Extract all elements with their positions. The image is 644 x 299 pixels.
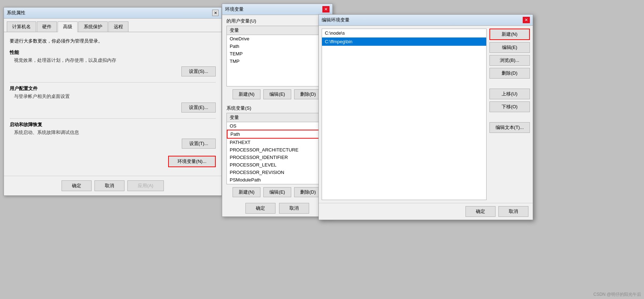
path-list: C:\node\s C:\ffmpeg\bin — [322, 29, 487, 200]
move-up-btn[interactable]: 上移(U) — [489, 89, 530, 99]
startup-settings-btn[interactable]: 设置(T)... — [182, 139, 216, 149]
edit-env-footer: 确定 取消 — [319, 203, 533, 220]
startup-desc: 系统启动、系统故障和调试信息 — [14, 129, 216, 136]
edit-env-cancel-btn[interactable]: 取消 — [498, 206, 528, 217]
user-var-tmp[interactable]: TMP — [227, 58, 328, 65]
edit-text-btn[interactable]: 编辑文本(T)... — [489, 122, 530, 133]
admin-note: 要进行大多数更改，你必须作为管理员登录。 — [10, 38, 216, 44]
user-vars-table: 变量 OneDrive Path TEMP TMP — [226, 26, 328, 86]
sys-var-psmodulepath[interactable]: PSModulePath — [227, 176, 328, 184]
sys-var-os[interactable]: OS — [227, 122, 328, 130]
user-edit-btn[interactable]: 编辑(E) — [263, 89, 291, 99]
sys-var-proc-rev[interactable]: PROCESSOR_REVISION — [227, 169, 328, 176]
edit-env-close-btn[interactable]: ✕ — [523, 17, 530, 23]
env-vars-btn[interactable]: 环境变量(N)... — [168, 156, 216, 167]
user-profile-desc: 与登录帐户相关的桌面设置 — [14, 93, 216, 100]
delete-path-btn[interactable]: 删除(D) — [489, 68, 530, 79]
ok-btn[interactable]: 确定 — [62, 180, 92, 191]
system-properties-window: 系统属性 ✕ 计算机名 硬件 高级 系统保护 远程 要进行大多数更改，你必须作为… — [4, 7, 222, 196]
edit-env-ok-btn[interactable]: 确定 — [465, 206, 496, 217]
user-profile-settings-btn[interactable]: 设置(E)... — [181, 103, 216, 113]
env-vars-title: 环境变量 — [225, 6, 244, 13]
tab-hardware[interactable]: 硬件 — [37, 21, 57, 32]
cancel-btn[interactable]: 取消 — [94, 180, 125, 191]
performance-settings-btn[interactable]: 设置(S)... — [181, 66, 216, 76]
user-var-temp[interactable]: TEMP — [227, 50, 328, 58]
env-vars-window: 环境变量 ✕ 的用户变量(U) 变量 OneDrive Path TEMP TM… — [222, 4, 333, 217]
sys-vars-header: 变量 — [227, 113, 328, 122]
user-profile-title: 用户配置文件 — [10, 85, 216, 92]
sys-var-pathext[interactable]: PATHEXT — [227, 139, 328, 146]
performance-section: 性能 视觉效果，处理器计划，内存使用，以及虚拟内存 设置(S)... — [10, 49, 216, 76]
edit-env-titlebar: 编辑环境变量 ✕ — [319, 15, 533, 26]
move-down-btn[interactable]: 下移(O) — [489, 101, 530, 112]
env-vars-titlebar: 环境变量 ✕ — [222, 4, 332, 15]
sys-vars-label: 系统变量(S) — [222, 102, 332, 113]
edit-env-title: 编辑环境变量 — [322, 17, 350, 23]
env-cancel-btn[interactable]: 取消 — [279, 203, 309, 214]
sys-var-proc-id[interactable]: PROCESSOR_IDENTIFIER — [227, 154, 328, 161]
system-properties-footer: 确定 取消 应用(A) — [4, 176, 221, 195]
watermark: CSDN @明仔的阳光午后 — [593, 291, 641, 298]
edit-env-action-buttons: 新建(N) 编辑(E) 浏览(B)... 删除(D) 上移(U) 下移(O) 编… — [489, 29, 530, 200]
sys-edit-btn[interactable]: 编辑(E) — [263, 187, 291, 197]
sys-vars-table: 变量 OS Path PATHEXT PROCESSOR_ARCHITECTUR… — [226, 113, 328, 184]
sys-var-proc-level[interactable]: PROCESSOR_LEVEL — [227, 161, 328, 169]
user-var-onedrive[interactable]: OneDrive — [227, 35, 328, 43]
sys-delete-btn[interactable]: 删除(D) — [294, 187, 322, 197]
env-vars-footer: 确定 取消 — [222, 200, 332, 216]
system-properties-tabs: 计算机名 硬件 高级 系统保护 远程 — [4, 19, 221, 32]
edit-env-content: C:\node\s C:\ffmpeg\bin 新建(N) 编辑(E) 浏览(B… — [319, 26, 533, 203]
sys-new-btn[interactable]: 新建(N) — [233, 187, 260, 197]
tab-advanced[interactable]: 高级 — [58, 21, 78, 32]
performance-desc: 视觉效果，处理器计划，内存使用，以及虚拟内存 — [14, 57, 216, 64]
user-vars-header: 变量 — [227, 26, 328, 35]
env-vars-close-btn[interactable]: ✕ — [322, 6, 330, 13]
env-ok-btn[interactable]: 确定 — [245, 203, 275, 214]
performance-title: 性能 — [10, 49, 216, 56]
path-item-ffmpeg[interactable]: C:\ffmpeg\bin — [322, 38, 486, 46]
new-path-btn[interactable]: 新建(N) — [489, 29, 530, 40]
divider-1 — [10, 82, 216, 83]
user-var-path[interactable]: Path — [227, 43, 328, 50]
tab-system-protection[interactable]: 系统保护 — [78, 21, 108, 32]
sys-var-path[interactable]: Path — [227, 130, 328, 139]
browse-path-btn[interactable]: 浏览(B)... — [489, 55, 530, 66]
divider-2 — [10, 118, 216, 119]
startup-section: 启动和故障恢复 系统启动、系统故障和调试信息 设置(T)... — [10, 121, 216, 149]
system-properties-title: 系统属性 — [7, 10, 25, 16]
startup-title: 启动和故障恢复 — [10, 121, 216, 128]
path-item-nodejs[interactable]: C:\node\s — [322, 29, 486, 38]
edit-env-window: 编辑环境变量 ✕ C:\node\s C:\ffmpeg\bin 新建(N) 编… — [318, 14, 533, 220]
system-properties-close-btn[interactable]: ✕ — [212, 10, 219, 16]
user-new-btn[interactable]: 新建(N) — [233, 89, 260, 99]
apply-btn[interactable]: 应用(A) — [127, 180, 164, 191]
user-delete-btn[interactable]: 删除(D) — [294, 89, 322, 99]
user-profile-section: 用户配置文件 与登录帐户相关的桌面设置 设置(E)... — [10, 85, 216, 113]
tab-remote[interactable]: 远程 — [108, 21, 128, 32]
edit-path-btn[interactable]: 编辑(E) — [489, 42, 530, 53]
sys-var-proc-arch[interactable]: PROCESSOR_ARCHITECTURE — [227, 146, 328, 154]
tab-computer-name[interactable]: 计算机名 — [7, 21, 36, 32]
system-properties-titlebar: 系统属性 ✕ — [4, 8, 221, 19]
system-properties-content: 要进行大多数更改，你必须作为管理员登录。 性能 视觉效果，处理器计划，内存使用，… — [4, 32, 221, 176]
user-vars-label: 的用户变量(U) — [222, 15, 332, 26]
